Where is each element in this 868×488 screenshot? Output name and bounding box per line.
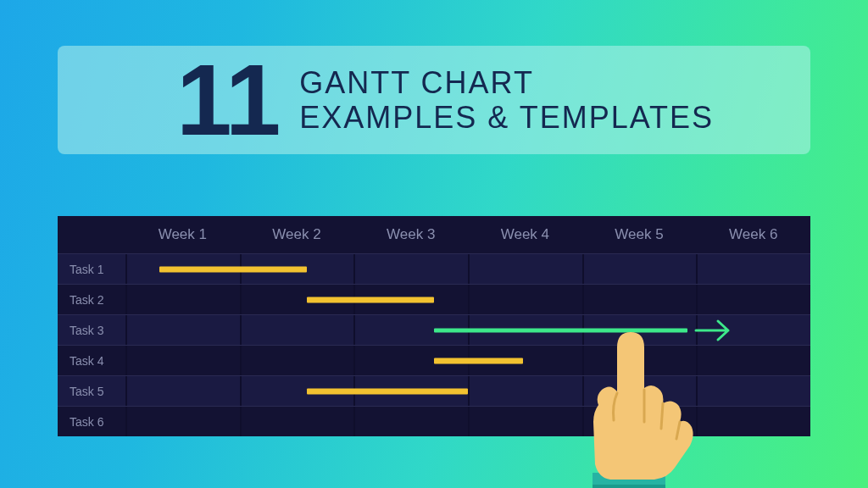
grid-cell <box>240 346 354 375</box>
grid-cell <box>696 254 810 284</box>
column-header: Week 4 <box>468 226 582 243</box>
row-grid <box>125 315 810 345</box>
row-label: Task 2 <box>58 293 125 307</box>
grid-cell <box>696 285 810 314</box>
grid-cell <box>125 376 240 406</box>
row-grid <box>125 285 810 314</box>
grid-cell <box>353 407 468 436</box>
row-label: Task 6 <box>58 415 125 429</box>
grid-cell <box>240 315 354 345</box>
grid-cell <box>696 407 810 436</box>
column-header: Week 1 <box>125 226 240 243</box>
headline-line-2: EXAMPLES & TEMPLATES <box>299 100 714 135</box>
headline-text: GANTT CHART EXAMPLES & TEMPLATES <box>299 65 714 136</box>
row-label: Task 4 <box>58 354 125 368</box>
gantt-row: Task 1 <box>58 253 810 284</box>
drag-arrow-icon <box>694 318 733 343</box>
grid-cell <box>582 254 697 284</box>
row-grid <box>125 254 810 284</box>
grid-cell <box>125 407 240 436</box>
column-header: Week 5 <box>582 226 697 243</box>
row-label: Task 1 <box>58 263 125 276</box>
headline-number: 11 <box>176 50 274 150</box>
task-bar[interactable] <box>307 297 433 302</box>
column-header: Week 3 <box>353 226 468 243</box>
grid-cell <box>353 254 468 284</box>
row-grid <box>125 376 810 406</box>
grid-cell <box>125 346 240 375</box>
row-grid <box>125 407 810 436</box>
grid-cell <box>468 285 582 314</box>
row-grid <box>125 346 810 375</box>
task-bar[interactable] <box>307 388 468 394</box>
task-bar[interactable] <box>159 266 307 272</box>
column-header: Week 6 <box>696 226 810 243</box>
grid-cell <box>696 346 810 375</box>
grid-cell <box>696 376 810 406</box>
pointing-hand-icon <box>546 312 698 488</box>
grid-cell <box>240 407 354 436</box>
row-label: Task 5 <box>58 385 125 398</box>
task-bar[interactable] <box>434 358 523 363</box>
grid-cell <box>125 315 240 345</box>
gantt-row: Task 2 <box>58 284 810 314</box>
row-label: Task 3 <box>58 324 125 337</box>
grid-cell <box>468 254 582 284</box>
column-header: Week 2 <box>240 226 354 243</box>
gantt-header: Week 1 Week 2 Week 3 Week 4 Week 5 Week … <box>58 216 810 253</box>
title-card: 11 GANTT CHART EXAMPLES & TEMPLATES <box>58 46 810 154</box>
grid-cell <box>582 285 697 314</box>
headline-line-1: GANTT CHART <box>299 65 714 100</box>
grid-cell <box>125 285 240 314</box>
